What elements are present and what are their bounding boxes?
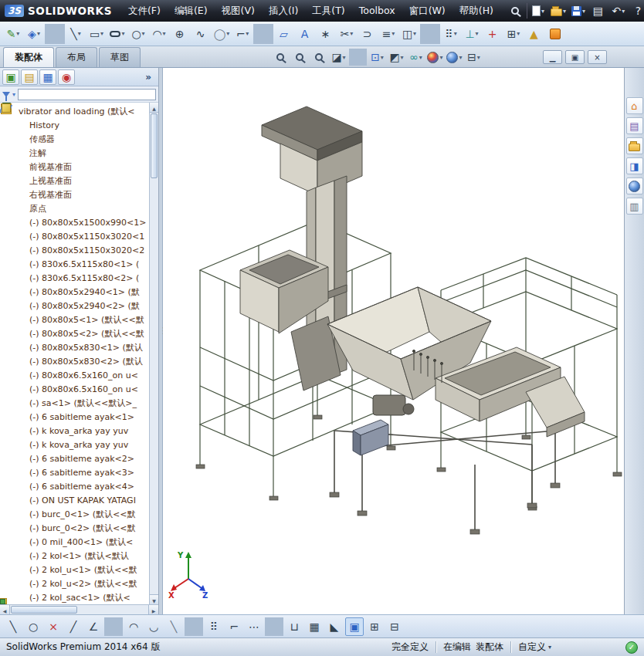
configurationmanager-tab-icon[interactable]: ▦ <box>39 69 56 85</box>
tree-item[interactable]: (-) 80x80x5x830<2> (默认 <box>0 354 158 368</box>
displaymanager-tab-icon[interactable]: ◉ <box>58 69 75 85</box>
open-icon[interactable]: ▾ <box>549 2 568 20</box>
section-view-icon[interactable]: ◪ ▾ <box>330 49 347 66</box>
tree-item[interactable]: 原点 <box>0 201 158 215</box>
resources-icon[interactable]: ⌂ <box>626 97 643 114</box>
status-custom-button[interactable]: 自定义 <box>518 641 546 654</box>
previous-view-icon[interactable] <box>310 49 328 66</box>
apply-scene-icon[interactable]: ▾ <box>446 49 463 66</box>
tree-item[interactable]: (-) 2 kol_u<2> (默认<<默 <box>0 577 158 590</box>
corner-snap-icon[interactable]: ⌐ <box>225 617 243 636</box>
menu-item[interactable]: 文件(F) <box>121 0 168 22</box>
tree-item[interactable]: (-) 2 kol_sac<1> (默认< <box>0 590 158 604</box>
undo-icon[interactable]: ↶ ▾ <box>609 2 628 20</box>
tree-item[interactable]: (-) 80x80x5x2940<2> (默 <box>0 299 158 313</box>
chord-tool-icon[interactable]: ◡ <box>144 617 163 636</box>
headsup-separator[interactable] <box>349 49 367 66</box>
sketch-line-icon[interactable]: ╲ <box>4 617 22 636</box>
edit-appearance-icon[interactable]: ▾ <box>426 49 444 66</box>
tree-item[interactable]: (-) ON UST KAPAK YATAGI <box>0 493 158 507</box>
tree-item[interactable]: (-) burc_0<2> (默认<<默 <box>0 521 158 535</box>
snap-points-icon[interactable]: ⠿ <box>205 617 223 636</box>
tree-item[interactable]: History <box>0 118 158 132</box>
sketch-circle-icon[interactable]: ○ <box>24 617 42 636</box>
tree-item[interactable]: (-) 6 sabitleme ayak<2> <box>0 451 158 465</box>
custom-properties-icon[interactable]: ▥ <box>626 198 643 215</box>
centerline-icon[interactable]: ╲ <box>164 617 183 636</box>
tree-item[interactable]: (-) 80x80x5x2940<1> (默 <box>0 285 158 299</box>
convert-entities-icon[interactable]: ⊃ <box>358 24 378 44</box>
view-palette-icon[interactable]: ◨ <box>626 157 643 174</box>
tree-item[interactable]: (-) 830x6.5x115x80<1> ( <box>0 257 158 271</box>
viewport-split-icon[interactable]: ⊞ <box>365 617 384 636</box>
menu-item[interactable]: 工具(T) <box>305 0 351 22</box>
filter-dropdown-icon[interactable]: ▾ <box>12 91 15 98</box>
smart-dimension-icon[interactable]: ◈ ▾ <box>24 24 44 44</box>
commandmanager-tab[interactable]: 草图 <box>99 47 141 67</box>
more-snaps-icon[interactable]: ⋯ <box>245 617 263 636</box>
viewport-single-icon[interactable]: ⊟ <box>385 617 404 636</box>
bottombar-separator[interactable] <box>185 617 203 636</box>
panel-overflow-chevron[interactable]: » <box>145 72 156 83</box>
arc-tool-icon[interactable]: ◠ <box>124 617 143 636</box>
help-icon[interactable]: ? <box>629 2 644 20</box>
restore-button[interactable]: ▣ <box>565 50 585 64</box>
graphics-viewport[interactable]: Y X Z <box>163 68 624 614</box>
display-relations-icon[interactable]: ⊥ ▾ <box>462 24 482 44</box>
menu-item[interactable]: 窗口(W) <box>402 0 452 22</box>
rectangle-icon[interactable]: ▭ ▾ <box>86 24 107 44</box>
tree-item[interactable]: (-) 80x80x6.5x160_on u< <box>0 382 158 396</box>
appearances-icon[interactable] <box>626 178 643 194</box>
tree-item[interactable]: (-) k kova_arka yay yuv <box>0 438 158 451</box>
tree-item[interactable]: (-) 830x6.5x115x80<2> ( <box>0 271 158 285</box>
tree-item[interactable]: (-) 80x80x5x1500x990<1> (默 <box>0 215 158 229</box>
toolbar-separator[interactable] <box>420 24 440 44</box>
menu-item[interactable]: 编辑(E) <box>168 0 215 22</box>
tree-item[interactable]: (-) k kova_arka yay yuv <box>0 424 158 438</box>
zoom-fit-icon[interactable] <box>272 49 290 66</box>
design-library-icon[interactable]: ▤ <box>626 117 643 134</box>
tree-item[interactable]: vibrator and loading (默认< <box>0 104 158 118</box>
commandmanager-tab[interactable]: 装配体 <box>3 47 54 67</box>
scroll-right-button[interactable] <box>148 605 158 614</box>
zoom-area-icon[interactable] <box>291 49 309 66</box>
rapid-sketch-icon[interactable]: ▲ <box>524 24 544 44</box>
filter-funnel-icon[interactable] <box>2 92 10 97</box>
minimize-button[interactable]: ▁ <box>543 50 562 64</box>
tree-item[interactable]: (-) 6 sabitleme ayak<4> <box>0 479 158 493</box>
tree-item[interactable]: (-) 80x80x5x1150x3020<1 <box>0 229 158 243</box>
hide-show-items-icon[interactable]: ∞ ▾ <box>407 49 425 66</box>
relief-icon[interactable]: ⊔ <box>285 617 303 636</box>
angle-dimension-icon[interactable]: ∠ <box>84 617 103 636</box>
tree-item[interactable]: (-) 6 sabitleme ayak<1> <box>0 410 158 424</box>
tree-item[interactable]: 上视基准面 <box>0 174 158 188</box>
section-triangle-icon[interactable]: ◣ <box>325 617 344 636</box>
featuremanager-tab-icon[interactable]: ▣ <box>2 69 19 85</box>
tree-item[interactable]: (-) 80x80x6.5x160_on u< <box>0 368 158 382</box>
linear-pattern-icon[interactable]: ⠿ ▾ <box>441 24 461 44</box>
shaded-contours-icon[interactable]: ▣ <box>345 617 364 636</box>
scroll-left-button[interactable] <box>0 605 10 614</box>
ellipse-icon[interactable]: ◯ ▾ <box>212 24 232 44</box>
tree-item[interactable]: 右视基准面 <box>0 188 158 201</box>
display-style-icon[interactable]: ◩ ▾ <box>388 49 405 66</box>
grid-icon[interactable]: ▦ <box>305 617 324 636</box>
tree-item[interactable]: (-) 80x80x5x1150x3020<2 <box>0 243 158 257</box>
save-icon[interactable]: ▾ <box>569 2 588 20</box>
line-icon[interactable]: ╲ ▾ <box>66 24 86 44</box>
repair-sketch-icon[interactable]: + <box>483 24 503 44</box>
plane-icon[interactable]: ▱ <box>274 24 294 44</box>
sketch-options-icon[interactable] <box>545 24 565 44</box>
titlebar-separator[interactable] <box>527 3 527 19</box>
sketch-diagonal-icon[interactable]: ╱ <box>64 617 83 636</box>
circle-icon[interactable]: ○ ▾ <box>128 24 148 44</box>
fillet-icon[interactable]: ⌐ ▾ <box>232 24 253 44</box>
view-orientation-icon[interactable]: ⊡ ▾ <box>368 49 386 66</box>
mirror-entities-icon[interactable]: ◫ ▾ <box>399 24 419 44</box>
scrollbar-thumb[interactable] <box>11 606 77 614</box>
commandmanager-tab[interactable]: 布局 <box>56 47 97 67</box>
status-custom-caret-icon[interactable]: ▾ <box>548 644 551 651</box>
tree-item[interactable]: (-) 6 sabitleme ayak<3> <box>0 465 158 479</box>
print-icon[interactable]: ▤ <box>589 2 608 20</box>
bottombar-separator[interactable] <box>104 617 123 636</box>
